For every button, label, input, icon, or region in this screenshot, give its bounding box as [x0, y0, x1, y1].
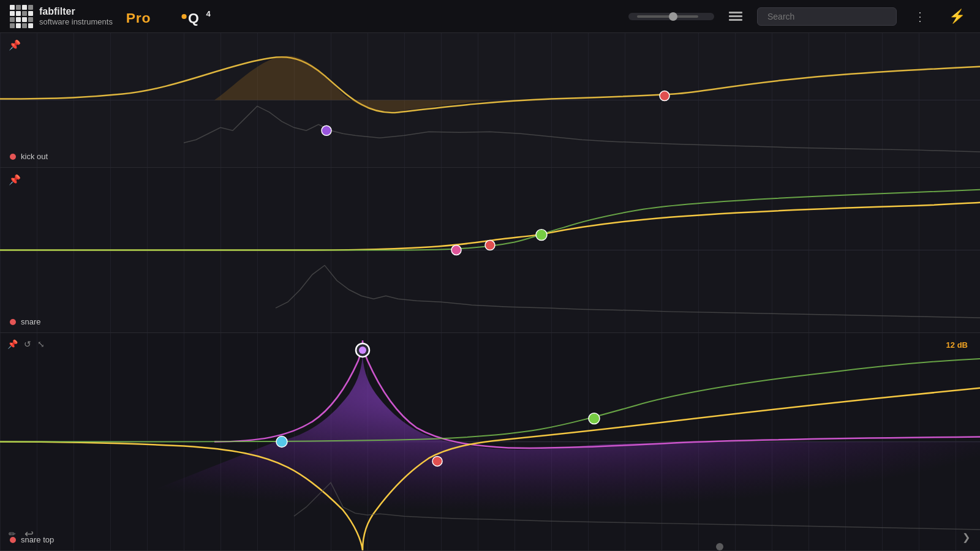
search-input[interactable] — [757, 7, 897, 26]
svg-rect-16 — [0, 333, 980, 550]
logo-pixel — [16, 17, 21, 22]
more-options-button[interactable]: ⋮ — [909, 7, 932, 26]
snare-name: snare — [21, 317, 41, 326]
eq-band-snare: 📌 snare ⏻ 225.23 Hz 🎧 ✕ +11.18 dB ∧ Q: 1… — [0, 168, 980, 333]
snare-top-name: snare top — [21, 535, 54, 544]
logo-pixel — [28, 11, 33, 16]
svg-rect-10 — [0, 168, 980, 332]
logo-pixel — [22, 17, 27, 22]
svg-point-7 — [322, 126, 331, 135]
snare-top-dot — [10, 537, 16, 543]
svg-point-1 — [181, 13, 186, 18]
svg-rect-5 — [0, 33, 980, 167]
svg-point-19 — [359, 347, 366, 354]
snare-top-label: snare top — [10, 535, 54, 544]
snare-label: snare — [10, 317, 41, 326]
kick-out-dot — [10, 154, 16, 160]
lightning-icon: ⚡ — [949, 9, 965, 24]
zoom-slider-area — [628, 13, 714, 20]
logo-pixel — [28, 17, 33, 22]
product-logo: Pro Q 4 — [125, 6, 235, 28]
zoom-slider[interactable] — [637, 15, 698, 18]
brand-text: fabfilter software instruments — [39, 6, 113, 27]
db-label: 12 dB — [946, 340, 968, 350]
pin-icon[interactable]: 📌 — [9, 39, 21, 51]
snare-top-pin-btn[interactable]: 📌 — [7, 339, 18, 349]
snare-top-rotate-btn[interactable]: ↺ — [24, 339, 31, 349]
kick-out-canvas — [0, 33, 980, 167]
svg-point-18 — [356, 343, 369, 357]
svg-text:Q: Q — [188, 9, 200, 25]
snare-pin-icon[interactable]: 📌 — [9, 174, 21, 186]
logo-pixel — [22, 5, 27, 10]
logo-pixel — [16, 11, 21, 16]
logo-pixel — [22, 11, 27, 16]
snare-top-resize-btn[interactable]: ⤡ — [37, 339, 45, 349]
kick-out-label: kick out — [10, 152, 48, 161]
logo-pixel — [22, 23, 27, 28]
svg-point-20 — [276, 437, 287, 448]
logo-pixel — [28, 23, 33, 28]
logo-pixel — [10, 11, 15, 16]
svg-point-23 — [716, 543, 723, 550]
svg-text:Pro: Pro — [126, 9, 151, 25]
stack-button[interactable] — [726, 9, 745, 23]
logo-pixel — [16, 5, 21, 10]
snare-top-tools: 📌 ↺ ⤡ — [7, 339, 45, 349]
svg-point-21 — [432, 456, 442, 466]
svg-point-13 — [485, 241, 495, 250]
eq-band-snare-top: 📌 ↺ ⤡ 12 dB ✏ ↩ ❯ snare top — [0, 333, 980, 551]
eq-container: 📌 kick out — [0, 33, 980, 551]
logo-pixel — [10, 5, 15, 10]
brand-sub: software instruments — [39, 17, 113, 26]
logo-pixel — [10, 23, 15, 28]
header: fabfilter software instruments Pro Q 4 ⋮… — [0, 0, 980, 33]
logo-grid — [10, 5, 33, 28]
eq-band-kick-out: 📌 kick out — [0, 33, 980, 168]
snare-dot — [10, 319, 16, 325]
logo-pixel — [10, 17, 15, 22]
snare-top-canvas — [0, 333, 980, 550]
svg-point-14 — [536, 230, 547, 241]
logo-area: fabfilter software instruments — [10, 5, 113, 28]
svg-point-8 — [660, 91, 669, 101]
svg-text:4: 4 — [206, 9, 211, 18]
lightning-button[interactable]: ⚡ — [944, 6, 970, 27]
svg-point-22 — [589, 413, 600, 424]
logo-pixel — [28, 5, 33, 10]
snare-canvas — [0, 168, 980, 332]
kick-out-name: kick out — [21, 152, 48, 161]
svg-point-12 — [451, 246, 461, 255]
brand-name: fabfilter — [39, 6, 75, 17]
logo-pixel — [16, 23, 21, 28]
expand-button[interactable]: ❯ — [962, 531, 970, 543]
